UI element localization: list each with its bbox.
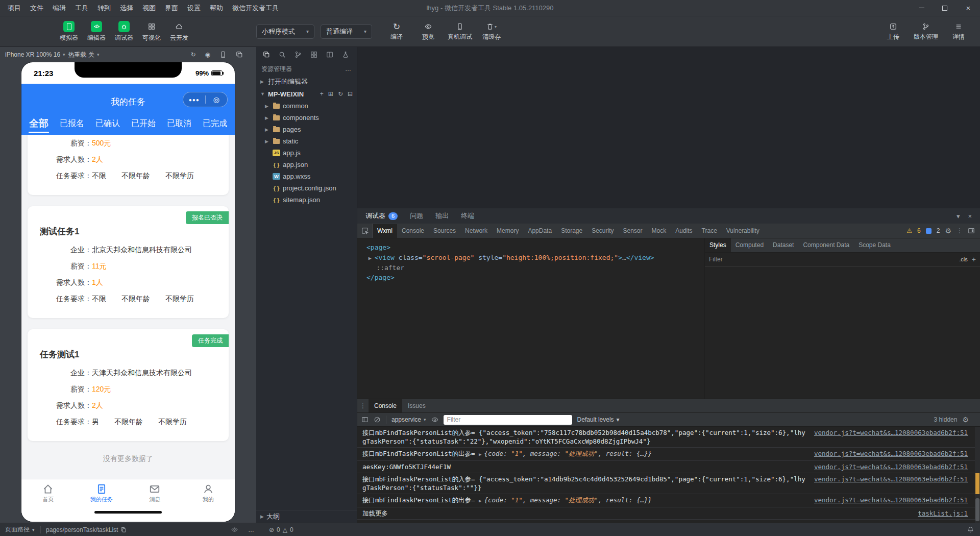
real-device-debug-button[interactable]: 真机调试: [446, 21, 474, 41]
log-source-link[interactable]: vendor.js?t=wechat&s…12080063ebad6b2f:51: [814, 496, 968, 505]
git-icon[interactable]: [290, 51, 306, 58]
tab-issues[interactable]: Issues: [402, 399, 431, 412]
compile-button[interactable]: ↻ 编译: [382, 21, 411, 41]
tab-output[interactable]: 输出: [435, 211, 449, 221]
menu-item[interactable]: 选择: [115, 0, 138, 16]
styles-tab[interactable]: Computed: [731, 238, 768, 252]
more-menu-icon[interactable]: ●●●: [183, 97, 205, 103]
tree-item[interactable]: ▶ JS { } W common: [256, 100, 357, 112]
record-icon[interactable]: ◉: [205, 51, 210, 58]
menu-item[interactable]: 微信开发者工具: [228, 0, 283, 16]
tree-item[interactable]: ▶ JS { } W app.js: [256, 147, 357, 159]
home-indicator[interactable]: [94, 511, 162, 514]
menu-item[interactable]: 设置: [183, 0, 205, 16]
devtools-tab[interactable]: Sources: [429, 224, 460, 238]
project-root[interactable]: ▼ MP-WEIXIN + ⊞ ↻ ⊟: [256, 88, 357, 100]
task-filter-tab[interactable]: 已确认: [95, 114, 120, 134]
collapse-all-icon[interactable]: ⊟: [348, 90, 353, 98]
details-button[interactable]: 详情: [944, 21, 973, 41]
devtools-settings-icon[interactable]: ⚙: [945, 227, 951, 235]
collapse-panel-icon[interactable]: ▾: [957, 212, 960, 220]
styles-tab[interactable]: Component Data: [798, 238, 854, 252]
tab-debugger[interactable]: 调试器 6: [365, 211, 398, 221]
inspect-element-icon[interactable]: [357, 224, 373, 238]
eye-icon[interactable]: [231, 523, 238, 536]
open-editors-section[interactable]: ▶ 打开的编辑器: [256, 76, 357, 88]
menu-item[interactable]: 界面: [160, 0, 183, 16]
device-rotate-icon[interactable]: [219, 51, 227, 58]
devtools-tab[interactable]: Memory: [492, 224, 523, 238]
devtools-tab[interactable]: Vulnerability: [722, 224, 764, 238]
devtools-tab[interactable]: Mock: [647, 224, 671, 238]
editor-button[interactable]: </> 编辑器: [84, 21, 109, 42]
styles-filter-input[interactable]: [709, 256, 955, 263]
devtools-tab[interactable]: AppData: [523, 224, 556, 238]
wxml-node-page-open[interactable]: <page>: [360, 242, 701, 253]
cloud-dev-button[interactable]: 云开发: [166, 21, 192, 42]
tabbar-profile[interactable]: 我的: [182, 479, 235, 507]
mode-select[interactable]: 小程序模式 ▾: [256, 25, 314, 39]
devtools-tab[interactable]: Sensor: [619, 224, 647, 238]
outline-section[interactable]: ▶ 大纲: [256, 510, 357, 523]
tab-terminal[interactable]: 终端: [461, 211, 474, 221]
task-filter-tab[interactable]: 全部: [29, 112, 49, 135]
devtools-tab[interactable]: Wxml: [373, 224, 397, 238]
task-card[interactable]: 薪资： 500元 需求人数： 2人 任务要求： 不限: [28, 135, 229, 195]
menu-item[interactable]: 视图: [138, 0, 160, 16]
close-button[interactable]: ×: [957, 0, 980, 16]
tab-console[interactable]: Console: [369, 399, 402, 412]
refresh-icon[interactable]: ↻: [338, 90, 343, 98]
log-source-link[interactable]: vendor.js?t=wechat&s…12080063ebad6b2f:51: [814, 475, 968, 492]
float-window-icon[interactable]: [236, 51, 243, 58]
devtools-tab[interactable]: Trace: [697, 224, 722, 238]
log-source-link[interactable]: vendor.js?t=wechat&s…12080063ebad6b2f:51: [814, 428, 968, 446]
simulator-button[interactable]: 模拟器: [56, 21, 82, 42]
task-filter-tab[interactable]: 已报名: [59, 114, 85, 134]
dock-side-icon[interactable]: [968, 227, 975, 234]
hot-reload-select[interactable]: 热重载 关 ▾: [68, 51, 100, 59]
minimize-button[interactable]: [910, 0, 933, 16]
wxml-node-after[interactable]: ::after: [360, 263, 701, 273]
tree-item[interactable]: ▶ JS { } W sitemap.json: [256, 194, 357, 206]
tree-item[interactable]: ▶ JS { } W static: [256, 135, 357, 147]
more-actions-icon[interactable]: …: [345, 65, 352, 72]
console-scrollbar[interactable]: [975, 427, 980, 531]
current-page-path[interactable]: pages/personTask/taskList: [46, 523, 127, 536]
clear-console-icon[interactable]: [374, 416, 381, 423]
tab-problems[interactable]: 问题: [410, 211, 423, 221]
split-editor-icon[interactable]: [322, 51, 337, 58]
new-folder-icon[interactable]: ⊞: [328, 90, 333, 98]
task-filter-tab[interactable]: 已完成: [202, 114, 228, 134]
tabbar-home[interactable]: 首页: [21, 479, 75, 507]
tree-item[interactable]: ▶ JS { } W app.json: [256, 159, 357, 170]
console-sidebar-toggle-icon[interactable]: [361, 416, 369, 423]
menu-item[interactable]: 帮助: [205, 0, 228, 16]
devtools-tab[interactable]: Storage: [556, 224, 587, 238]
task-card[interactable]: 报名已否决 测试任务1 企业： 北京天邦众和信息科技有限公司 薪资： 11元: [28, 206, 229, 318]
menu-item[interactable]: 项目: [3, 0, 26, 16]
console-settings-icon[interactable]: ⚙: [962, 416, 969, 424]
copy-icon[interactable]: [120, 527, 127, 533]
clear-cache-button[interactable]: ▾ 清缓存: [477, 21, 506, 41]
notification-bell-icon[interactable]: [967, 523, 974, 536]
close-capsule-icon[interactable]: ◎: [206, 96, 228, 103]
more-actions-icon[interactable]: …: [248, 523, 254, 536]
search-icon[interactable]: [274, 51, 290, 58]
close-panel-icon[interactable]: ×: [968, 212, 972, 220]
preview-button[interactable]: 预览: [414, 21, 443, 41]
kebab-menu-icon[interactable]: ⋮: [357, 402, 369, 409]
page-path-select[interactable]: 页面路径 ▾: [5, 523, 35, 536]
styles-tab[interactable]: Styles: [705, 238, 731, 252]
tree-item[interactable]: ▶ JS { } W app.wxss: [256, 170, 357, 182]
log-levels-select[interactable]: Default levels ▾: [577, 416, 620, 423]
maximize-button[interactable]: [933, 0, 957, 16]
tools-icon[interactable]: [337, 51, 353, 58]
execution-context-select[interactable]: appservice ▾: [391, 416, 426, 423]
tree-item[interactable]: ▶ JS { } W project.config.json: [256, 182, 357, 194]
kebab-menu-icon[interactable]: ⋮: [957, 227, 963, 234]
problems-counter[interactable]: ⊘ 0 △ 0: [269, 523, 293, 536]
compile-mode-select[interactable]: 普通编译 ▾: [321, 25, 372, 39]
tree-item[interactable]: ▶ JS { } W components: [256, 112, 357, 124]
upload-button[interactable]: 上传: [879, 21, 908, 41]
devtools-tab[interactable]: Audits: [671, 224, 697, 238]
